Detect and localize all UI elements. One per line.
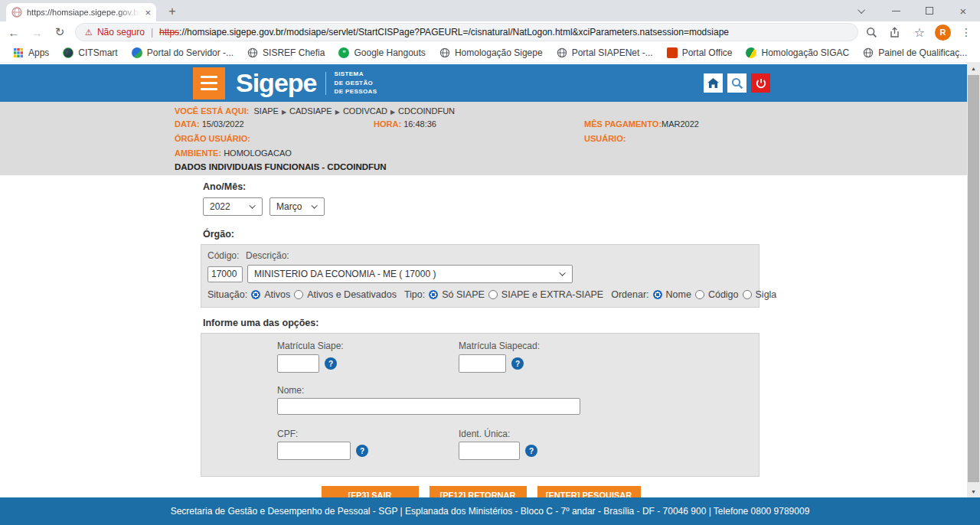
mes-select[interactable]: Março — [270, 197, 325, 216]
radio-label: SIAPE e EXTRA-SIAPE — [501, 289, 603, 300]
browser-tab-strip: https://homsiape.sigepe.gov.br/m × + × — [0, 0, 980, 21]
menu-hamburger-button[interactable] — [193, 67, 225, 99]
help-icon[interactable]: ? — [525, 445, 537, 457]
radio-ativos-desativados[interactable] — [294, 290, 303, 299]
profile-avatar[interactable]: R — [935, 24, 951, 41]
mes-pagamento-value: MAR2022 — [662, 119, 699, 129]
tab-search-icon[interactable] — [845, 0, 879, 21]
chevron-down-icon — [559, 269, 565, 276]
bookmark-intranet-sgp[interactable]: Intranet SGP — [975, 47, 980, 58]
sigepe-logo: Sigepe — [236, 68, 316, 98]
breadcrumb-item[interactable]: CDCOINDFUN — [398, 106, 455, 116]
descricao-select[interactable]: MINISTERIO DA ECONOMIA - ME ( 17000 ) — [247, 265, 573, 283]
globe-icon — [439, 47, 450, 58]
breadcrumb-item[interactable]: CADSIAPE — [289, 106, 332, 116]
bookmark-sisref[interactable]: SISREF Chefia — [242, 47, 330, 58]
help-icon[interactable]: ? — [325, 357, 337, 370]
orgao-label: Órgão: — [188, 229, 773, 240]
forward-icon[interactable]: → — [29, 26, 44, 39]
codigo-label: Código: — [207, 250, 246, 261]
breadcrumb: VOCÊ ESTÁ AQUI: SIAPE▶CADSIAPE▶CODIVCAD▶… — [175, 106, 455, 116]
bookmark-portal-siapenet[interactable]: Portal SIAPENet -... — [551, 47, 658, 58]
voce-esta-aqui-label: VOCÊ ESTÁ AQUI: — [175, 106, 249, 116]
url-scheme: https — [159, 27, 179, 38]
usuario-label: USUÁRIO: — [584, 134, 626, 143]
ano-select[interactable]: 2022 — [203, 197, 263, 216]
bookmark-star-icon[interactable]: ☆ — [912, 25, 927, 40]
bookmark-homologacao-sigac[interactable]: Homologação SIGAC — [740, 47, 854, 58]
date-row: DATA: 15/03/2022 HORA: 16:48:36 MÊS PAGA… — [175, 119, 779, 129]
codigo-input[interactable] — [207, 266, 243, 282]
radio-ordenar-nome[interactable] — [653, 290, 662, 299]
url-text: https://homsiape.sigepe.gov.br/modsiape/… — [159, 27, 729, 38]
scrollbar-thumb[interactable] — [968, 75, 979, 482]
bookmark-portal-servidor[interactable]: Portal do Servidor -... — [126, 47, 239, 58]
bookmark-portal-office[interactable]: Portal Office — [662, 47, 738, 58]
radio-siape-extra[interactable] — [488, 290, 498, 299]
zoom-icon[interactable] — [866, 27, 881, 38]
bookmark-label: Apps — [28, 47, 49, 58]
not-secure-warning-icon[interactable]: ⚠ — [85, 28, 93, 38]
bookmark-label: Homologação Sigepe — [455, 47, 543, 58]
radio-so-siape[interactable] — [429, 290, 438, 299]
breadcrumb-separator-icon: ▶ — [387, 109, 398, 116]
browser-toolbar: ← → ↻ ⚠ Não seguro | https://homsiape.si… — [0, 21, 980, 43]
form-area: Ano/Mês: 2022 Março Órgão: Código: Descr… — [0, 175, 967, 497]
bookmark-label: Painel de Qualificaç... — [878, 47, 967, 58]
breadcrumb-separator-icon: ▶ — [332, 109, 343, 116]
scroll-up-icon[interactable]: ▲ — [967, 63, 980, 74]
search-button[interactable] — [727, 73, 746, 93]
bookmark-homologacao-sigepe[interactable]: Homologação Sigepe — [434, 47, 548, 58]
cpf-input[interactable] — [277, 442, 351, 460]
ano-mes-label: Ano/Mês: — [188, 181, 773, 192]
radio-ativos[interactable] — [251, 290, 260, 299]
chevron-down-icon — [311, 202, 317, 208]
minimize-button[interactable] — [879, 0, 913, 21]
back-icon[interactable]: ← — [6, 26, 21, 39]
mes-select-value: Março — [276, 201, 302, 212]
matricula-siapecad-input[interactable] — [459, 354, 506, 373]
breadcrumb-item[interactable]: CODIVCAD — [343, 106, 387, 116]
bookmark-painel-qualificacao[interactable]: Painel de Qualificaç... — [858, 47, 972, 58]
not-secure-label: Não seguro — [97, 27, 145, 38]
sigepe-header: Sigepe SISTEMA DE GESTÃO DE PESSOAS — [0, 64, 967, 102]
user-row: ÓRGÃO USUÁRIO: USUÁRIO: — [175, 134, 779, 143]
help-icon[interactable]: ? — [511, 357, 524, 370]
radio-ordenar-codigo[interactable] — [695, 290, 704, 299]
radio-label: Código — [708, 289, 739, 300]
refresh-icon[interactable]: ↻ — [52, 25, 67, 39]
page-footer: Secretaria de Gestão e Desempenho de Pes… — [0, 497, 980, 525]
frame-scrollbar[interactable]: ▲ ▼ — [967, 63, 980, 497]
page-viewport: Sigepe SISTEMA DE GESTÃO DE PESSOAS — [0, 63, 980, 497]
office-icon — [667, 47, 678, 58]
browser-tab[interactable]: https://homsiape.sigepe.gov.br/m × — [6, 3, 156, 21]
apps-grid-icon — [13, 47, 24, 58]
chrome-menu-icon[interactable]: ⋮ — [959, 26, 974, 38]
help-icon[interactable]: ? — [356, 445, 368, 457]
window-close-button[interactable]: × — [946, 0, 980, 21]
tab-close-icon[interactable]: × — [145, 8, 151, 18]
new-tab-button[interactable]: + — [164, 4, 181, 21]
radio-ordenar-sigla[interactable] — [743, 290, 752, 299]
matricula-siape-input[interactable] — [277, 354, 319, 373]
ident-unica-input[interactable] — [459, 442, 520, 460]
bookmark-citsmart[interactable]: CITSmart — [57, 47, 122, 58]
bookmark-hangouts[interactable]: ” Google Hangouts — [333, 47, 430, 58]
matricula-siapecad-label: Matrícula Siapecad: — [459, 341, 540, 351]
ano-select-value: 2022 — [210, 201, 230, 212]
hangouts-icon: ” — [338, 47, 349, 58]
scroll-down-icon[interactable]: ▼ — [967, 486, 980, 497]
bookmark-label: Portal Office — [682, 47, 733, 58]
breadcrumb-item[interactable]: SIAPE — [254, 106, 279, 116]
home-button[interactable] — [704, 73, 723, 93]
nome-input[interactable] — [277, 398, 580, 415]
maximize-button[interactable] — [913, 0, 946, 21]
share-icon[interactable] — [889, 27, 904, 38]
logout-power-button[interactable] — [751, 73, 770, 93]
chevron-down-icon — [249, 202, 255, 208]
orgao-usuario-label: ÓRGÃO USUÁRIO: — [175, 134, 250, 143]
address-bar[interactable]: ⚠ Não seguro | https://homsiape.sigepe.g… — [75, 23, 858, 41]
sigac-icon — [746, 47, 756, 58]
apps-shortcut[interactable]: Apps — [8, 47, 54, 58]
ordenar-label: Ordenar: — [611, 289, 648, 300]
